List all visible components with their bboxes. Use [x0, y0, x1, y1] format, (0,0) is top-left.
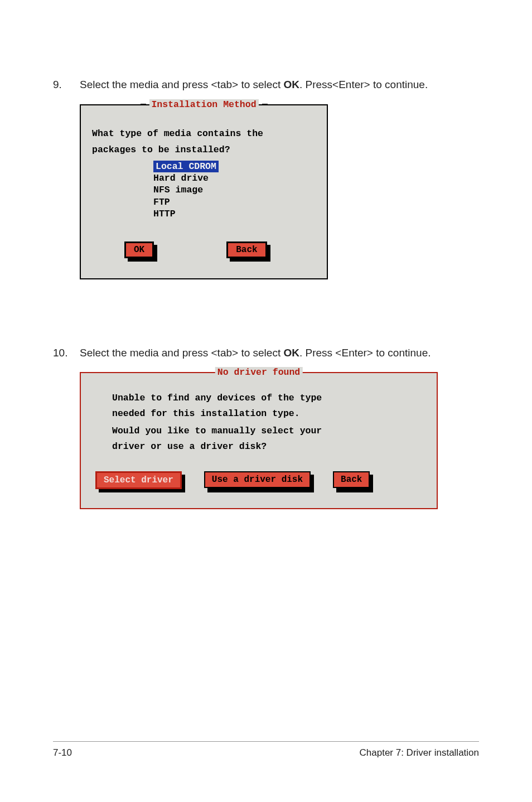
step-9: 9. Select the media and press <tab> to s… [53, 78, 479, 92]
option-hard-drive[interactable]: Hard drive [153, 173, 209, 183]
dialog-button-row: Select driver Use a driver disk Back [95, 471, 405, 489]
use-driver-disk-label: Use a driver disk [204, 471, 311, 488]
back-button-label: Back [333, 471, 370, 488]
no-driver-dialog-wrap: No driver found Unable to find any devic… [80, 372, 479, 509]
step-10: 10. Select the media and press <tab> to … [53, 346, 479, 360]
step-number: 10. [53, 346, 80, 360]
option-nfs-image[interactable]: NFS image [153, 185, 203, 195]
back-button-label: Back [226, 241, 267, 258]
installation-method-dialog-wrap: Installation Method What type of media c… [80, 104, 479, 279]
page-footer: 7-10 Chapter 7: Driver installation [53, 741, 479, 758]
dialog-msg-line4: driver or use a driver disk? [112, 441, 405, 452]
dialog-button-row: OK Back [92, 241, 316, 258]
step-text: Select the media and press <tab> to sele… [80, 346, 479, 360]
option-http[interactable]: HTTP [153, 209, 176, 219]
dialog-msg-line3: Would you like to manually select your [112, 425, 405, 437]
select-driver-label: Select driver [95, 471, 182, 489]
use-driver-disk-button[interactable]: Use a driver disk [204, 471, 311, 489]
select-driver-button[interactable]: Select driver [95, 471, 182, 489]
dialog-msg-line1: Unable to find any devices of the type [112, 392, 405, 404]
dialog-title: No driver found [215, 367, 303, 378]
chapter-label: Chapter 7: Driver installation [360, 747, 479, 758]
option-local-cdrom[interactable]: Local CDROM [153, 161, 219, 172]
ok-button[interactable]: OK [124, 241, 154, 258]
dialog-question-line2: packages to be installed? [92, 144, 316, 156]
dialog-msg-line2: needed for this installation type. [112, 408, 405, 419]
back-button[interactable]: Back [333, 471, 370, 489]
ok-button-label: OK [124, 241, 154, 258]
back-button[interactable]: Back [226, 241, 267, 258]
no-driver-found-dialog: No driver found Unable to find any devic… [80, 372, 438, 509]
step-text: Select the media and press <tab> to sele… [80, 78, 479, 92]
option-ftp[interactable]: FTP [153, 197, 170, 207]
dialog-question-line1: What type of media contains the [92, 128, 316, 139]
dialog-title: Installation Method [149, 99, 258, 110]
step-number: 9. [53, 78, 80, 92]
page-number: 7-10 [53, 747, 72, 758]
media-option-list: Local CDROM Hard drive NFS image FTP HTT… [153, 161, 316, 220]
installation-method-dialog: Installation Method What type of media c… [80, 104, 328, 279]
